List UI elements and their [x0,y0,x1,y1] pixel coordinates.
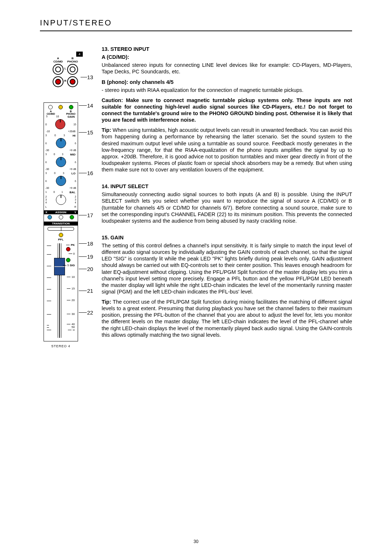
eq-mid-label: MID [70,153,76,156]
callout-line [79,256,87,257]
section-13-tip: Tip: When using turntables, high acousti… [102,127,352,173]
section-13-title: 13. STEREO INPUT [102,46,352,52]
fader-mark: 20 [67,299,75,302]
bal-scale: 3 [75,198,76,201]
content-row: 4 A CD/MD B PHONO L [40,46,352,348]
eq-hi-label: HI [73,134,76,137]
bal-scale: 4 [75,201,76,204]
callout-21: 21 [87,288,93,294]
strip-b-sub: PHONO [65,113,76,115]
bal-label: BAL [70,191,76,194]
fader-mark: 30 [67,312,75,316]
eq-mid-knob [56,157,66,167]
pk-led [66,247,70,251]
eq-scale: 3 [45,153,47,156]
tip-label: Tip: [102,127,111,133]
section-13-a-label: A (CD/MD): [102,54,352,60]
section-13-b-body: - stereo inputs with RIAA equalization f… [102,87,352,93]
assign-x: X [45,211,47,214]
assign-switch [59,215,63,219]
eq-scale: 0 [54,172,56,175]
strip-a-sub: CD/MD [45,113,56,115]
rca-jack-a-left [53,64,64,75]
diagram-column: 4 A CD/MD B PHONO L [40,46,94,348]
eq-scale: 6 [45,142,47,145]
channel-number-badge: 4 [76,52,83,57]
strip-b-label: B [65,110,76,113]
callout-16: 16 [87,170,93,176]
assign-y-led [70,215,74,219]
callout-line [81,77,87,77]
gain-scale: 0 [45,123,47,126]
fader-mark: 5 [68,264,69,267]
eq-scale: +9 dB [70,149,77,151]
eq-scale: -30 [45,187,49,189]
callout-line [79,132,87,133]
stereo-input-jacks: 4 A CD/MD B PHONO L [51,57,80,88]
sig-led [66,258,70,262]
tip-label: Tip: [102,299,111,305]
pk-label: PK [71,243,75,247]
tip-body: The correct use of the PFL/PGM Split fun… [102,299,352,338]
callout-line [79,173,87,173]
gain-scale: -10 [46,130,50,133]
eq-scale: 6 [45,180,47,182]
gain-scale: +20dB [68,130,75,133]
page-header: INPUT/STEREO [40,18,352,31]
eq-scale: 3 [62,153,64,156]
section-15-body: The setting of this control defines a ch… [102,242,352,295]
callout-22: 22 [87,309,93,316]
pfl-led [59,233,63,237]
assign-label: ASSIGN [55,211,66,214]
strip-a-label: A [45,110,56,113]
callout-20: 20 [87,266,93,272]
transition-label: TRANSITION [44,222,78,226]
page-number: 30 [0,539,392,544]
bal-scale: R [74,206,76,208]
rca-jack-b-right [67,76,78,87]
strip-label: STEREO 4 [44,344,78,348]
eq-scale: 0 [54,134,56,137]
fader-mark: ∞ [68,328,75,332]
channel-fader: PK 0 5 SIG 10 15 20 30 40 50 ∞ [45,243,76,338]
rca-jack-b-left [67,64,78,75]
callout-14: 14 [87,102,93,109]
callout-line [79,291,87,291]
callout-15: 15 [87,129,93,135]
eq-lo-label: LO [72,172,76,175]
manual-page: INPUT/STEREO 4 A CD/MD B PHONO [0,0,392,555]
transition-slider [48,227,74,231]
fader-mark: 0 [69,252,75,255]
bal-scale: 0 [53,191,55,194]
input-select-led-b [69,105,73,109]
gain-scale: 15 [73,123,76,126]
text-column: 13. STEREO INPUT A (CD/MD): Unbalanced s… [102,46,352,348]
eq-scale: 6 [45,161,47,163]
gain-scale: 5 [46,115,48,118]
section-14-body: Simultaneously connecting audio signal s… [102,191,352,224]
eq-scale: 6 [75,161,76,163]
gain-scale: 10 [56,115,59,118]
eq-scale: 3 [45,134,47,137]
callout-line [79,243,87,244]
rca-jack-a-right [53,76,64,87]
callout-line [79,105,87,106]
eq-scale: -30 [45,149,49,151]
callout-line [79,215,87,215]
pfl-label: PFL [45,238,76,241]
callout-line [79,312,87,313]
tip-body: When using turntables, high acoustic out… [102,127,352,173]
section-14-title: 14. INPUT SELECT [102,183,352,190]
bal-scale: 3 [45,198,47,201]
callout-18: 18 [87,240,93,247]
eq-scale: 3 [63,172,64,175]
callout-13: 13 [87,74,93,80]
eq-scale: 6 [75,180,76,182]
bal-scale: 2 [45,195,47,198]
col-b-label-bot: PHONO [65,60,80,63]
input-select-led [58,105,63,109]
callout-line [79,269,87,269]
section-13-caution: Caution: Make sure to connect magnetic t… [102,97,352,123]
col-a-label-bot: CD/MD [51,60,65,63]
section-13-a-body: Unbalanced stereo inputs for connecting … [102,62,352,75]
